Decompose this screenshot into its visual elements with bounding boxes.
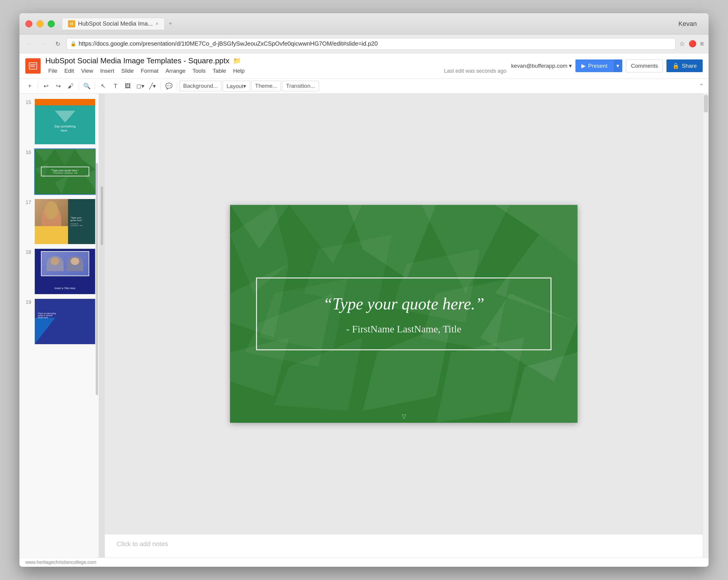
slide17-text: "Type yourquote here." [70, 216, 93, 222]
layout-button[interactable]: Layout▾ [223, 81, 250, 91]
menu-insert[interactable]: Insert [97, 67, 117, 75]
slide16-box: "Type your quote here." - FirstName Last… [41, 167, 89, 176]
right-scrollbar-thumb[interactable] [704, 95, 708, 112]
menu-format[interactable]: Format [138, 67, 161, 75]
extensions-icon[interactable]: 🔴 [688, 40, 697, 48]
toolbar-separator-2 [79, 82, 79, 90]
new-tab-button[interactable]: + [169, 20, 172, 27]
last-edit-status: Last edit was seconds ago [444, 68, 506, 75]
minimize-traffic-light[interactable] [36, 20, 44, 27]
toolbar: + ↩ ↪ 🖌 🔍 ↖ T 🖼 ◻▾ ╱▾ 💬 Background... La… [20, 79, 708, 94]
notes-area[interactable]: Click to add notes [105, 534, 703, 558]
active-tab[interactable]: H HubSpot Social Media Ima... × [62, 18, 165, 30]
header-actions: kevan@bufferapp.com ▾ ▶ Present ▾ Commen… [511, 59, 703, 73]
browser-icons: ☆ 🔴 ≡ [679, 40, 704, 48]
status-bar: www.heritagechristiancollege.com [20, 558, 708, 567]
menu-tools[interactable]: Tools [190, 67, 208, 75]
paint-format-button[interactable]: 🖌 [65, 80, 76, 91]
slide-panel-resize-handle [99, 94, 105, 558]
slide-item-17[interactable]: 17 "Type yourquote here." First [20, 197, 99, 247]
background-button[interactable]: Background... [179, 81, 222, 91]
comments-button[interactable]: Comments [626, 59, 663, 73]
refresh-button[interactable]: ↻ [52, 38, 63, 49]
traffic-lights [25, 20, 55, 27]
slide17-photo [35, 199, 68, 244]
url-bar[interactable]: 🔒 https://docs.google.com/presentation/d… [67, 38, 676, 50]
slide-nav-triangle: ▽ [402, 413, 406, 420]
svg-rect-3 [30, 65, 35, 66]
notes-placeholder[interactable]: Click to add notes [116, 540, 168, 548]
image-button[interactable]: 🖼 [122, 80, 133, 91]
slide-item-15[interactable]: 15 Say somethinghere . [20, 97, 99, 147]
present-dropdown-button[interactable]: ▾ [613, 59, 622, 72]
redo-button[interactable]: ↪ [53, 80, 64, 91]
right-scrollbar [703, 94, 708, 558]
transition-button[interactable]: Transition... [282, 81, 319, 91]
slide-panel-scrollbar[interactable] [96, 163, 98, 395]
doc-title-row: HubSpot Social Media Image Templates - S… [45, 56, 439, 65]
slide17-right: "Type yourquote here." FirstNameLastName… [68, 199, 95, 244]
slide-thumbnail-17[interactable]: "Type yourquote here." FirstNameLastName… [34, 199, 96, 245]
bookmark-icon[interactable]: ☆ [679, 40, 685, 48]
doc-title: HubSpot Social Media Image Templates - S… [45, 56, 229, 65]
doc-info: HubSpot Social Media Image Templates - S… [45, 56, 439, 75]
cursor-button[interactable]: ↖ [98, 80, 109, 91]
slide16-quote: "Type your quote here." [45, 169, 86, 172]
user-email[interactable]: kevan@bufferapp.com ▾ [511, 62, 572, 69]
panel-scrollbar-thumb[interactable] [101, 186, 103, 245]
menu-help[interactable]: Help [230, 67, 248, 75]
slide-thumbnail-19[interactable]: Place an interestingquote or severalword… [34, 298, 96, 345]
menu-icon[interactable]: ≡ [700, 40, 704, 48]
slide17-author: FirstNameLastName, Title [70, 223, 93, 227]
menu-slide[interactable]: Slide [119, 67, 137, 75]
menu-table[interactable]: Table [210, 67, 229, 75]
theme-button[interactable]: Theme... [251, 81, 281, 91]
slide-quote-text: “Type your quote here.” [275, 293, 533, 315]
menu-edit[interactable]: Edit [61, 67, 77, 75]
slide16-author: - FirstName LastName, Title [45, 172, 86, 174]
shapes-button[interactable]: ◻▾ [135, 80, 146, 91]
svg-rect-2 [30, 64, 36, 65]
title-bar: H HubSpot Social Media Ima... × + Kevan [20, 13, 708, 34]
share-button[interactable]: 🔒 Share [667, 59, 703, 72]
slide18-photo [41, 251, 89, 276]
browser-window: H HubSpot Social Media Ima... × + Kevan … [20, 13, 708, 567]
slide-thumbnail-16[interactable]: "Type your quote here." - FirstName Last… [34, 149, 96, 195]
toolbar-separator-1 [38, 82, 38, 90]
tab-favicon: H [68, 20, 75, 27]
quote-box[interactable]: “Type your quote here.” - FirstName Last… [256, 278, 552, 350]
slide-canvas[interactable]: “Type your quote here.” - FirstName Last… [230, 205, 577, 423]
back-button[interactable]: ← [24, 38, 35, 49]
slide-thumbnail-18[interactable]: Insert a Title Here [34, 248, 96, 295]
present-icon: ▶ [581, 62, 586, 69]
zoom-button[interactable]: 🔍 [81, 80, 93, 91]
slide-item-19[interactable]: 19 Place an interestingquote or severalw… [20, 296, 99, 346]
text-button[interactable]: T [110, 80, 121, 91]
menu-file[interactable]: File [45, 67, 60, 75]
add-button[interactable]: + [24, 80, 35, 91]
tab-close-button[interactable]: × [156, 21, 158, 26]
line-button[interactable]: ╱▾ [147, 80, 158, 91]
menu-arrange[interactable]: Arrange [162, 67, 188, 75]
folder-icon[interactable]: 📁 [233, 57, 241, 65]
slide-panel: 15 Say somethinghere . 16 [20, 94, 99, 558]
close-traffic-light[interactable] [25, 20, 32, 27]
slide-item-18[interactable]: 18 [20, 246, 99, 296]
slide-number-15: 15 [22, 98, 31, 105]
undo-button[interactable]: ↩ [40, 80, 52, 91]
slide19-content: Place an interestingquote or severalword… [35, 299, 95, 344]
comment-button[interactable]: 💬 [163, 80, 174, 91]
menu-view[interactable]: View [78, 67, 96, 75]
slide-number-18: 18 [22, 248, 31, 255]
slides-app: HubSpot Social Media Image Templates - S… [20, 53, 708, 567]
toolbar-collapse-button[interactable]: ⌃ [699, 82, 704, 89]
slide18-text: Insert a Title Here [35, 287, 95, 290]
maximize-traffic-light[interactable] [48, 20, 55, 27]
slide-item-16[interactable]: 16 [20, 147, 99, 197]
url-text: https://docs.google.com/presentation/d/1… [79, 40, 378, 47]
forward-button[interactable]: → [38, 38, 49, 49]
slide-thumbnail-15[interactable]: Say somethinghere . [34, 98, 96, 145]
present-button[interactable]: ▶ Present [575, 59, 613, 72]
lock-icon: 🔒 [70, 41, 76, 47]
slide19-text: Place an interestingquote or severalword… [38, 312, 56, 319]
